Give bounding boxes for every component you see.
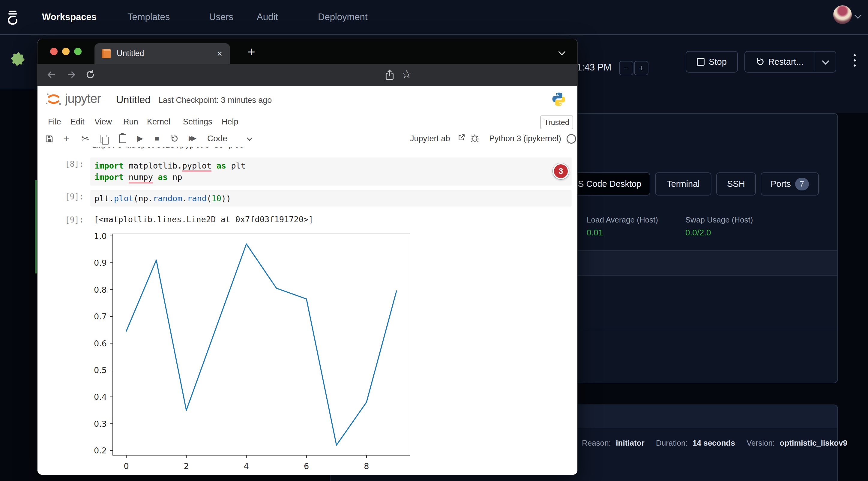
workspace-kebab-menu[interactable] <box>854 53 856 68</box>
svg-text:2: 2 <box>184 461 189 471</box>
reason-value: initiator <box>616 439 644 447</box>
build-meta-line: Reason: initiator Duration: 14 seconds V… <box>582 439 847 448</box>
decrease-time-button[interactable]: − <box>619 61 633 75</box>
maximize-window-button[interactable] <box>74 48 82 55</box>
jupyter-menubar: File Edit View Run Kernel Settings Help … <box>37 114 577 131</box>
interrupt-kernel-icon[interactable]: ■ <box>154 134 159 143</box>
nav-deployment[interactable]: Deployment <box>318 0 367 34</box>
menu-settings[interactable]: Settings <box>183 114 212 130</box>
svg-text:0.7: 0.7 <box>94 312 107 321</box>
reload-icon[interactable] <box>85 69 96 80</box>
jupyter-brand: jupyter <box>65 92 101 106</box>
cell8-prompt: [8]: <box>65 160 84 168</box>
browser-toolbar: 5555--main--test--matifali.atif.cdr.dev … <box>37 64 577 86</box>
jupyter-logo-icon <box>45 91 62 108</box>
svg-text:0: 0 <box>124 461 129 471</box>
notification-badge[interactable]: 3 <box>553 163 569 179</box>
restart-icon <box>756 58 765 66</box>
load-average-label: Load Average (Host) <box>587 215 658 225</box>
menu-help[interactable]: Help <box>222 114 239 130</box>
code-cell[interactable]: plt.plot(np.random.rand(10)) <box>90 190 572 206</box>
svg-text:6: 6 <box>304 461 309 471</box>
version-label: Version: <box>747 439 775 447</box>
external-link-icon[interactable] <box>457 134 465 141</box>
svg-text:1.0: 1.0 <box>94 231 107 241</box>
cell9-prompt: [9]: <box>65 192 84 201</box>
svg-text:0.6: 0.6 <box>94 339 107 348</box>
increase-time-button[interactable]: + <box>634 61 648 75</box>
nav-audit[interactable]: Audit <box>257 0 278 34</box>
output-text: [<matplotlib.lines.Line2D at 0x7fd03f191… <box>94 215 313 224</box>
menu-view[interactable]: View <box>94 114 112 130</box>
screen: Workspaces Templates Users Audit Deploym… <box>0 0 868 481</box>
svg-text:8: 8 <box>364 461 369 471</box>
forward-icon[interactable] <box>66 69 77 80</box>
restart-workspace-split-button[interactable]: Restart... <box>744 51 836 72</box>
cut-cell-icon[interactable]: ✂ <box>81 133 89 144</box>
tab-search-chevron-icon[interactable] <box>559 49 564 56</box>
jupyter-toolbar: + ✂ ▶ ■ ▶▶ Code JupyterLab <box>37 130 577 148</box>
user-avatar[interactable] <box>833 5 852 24</box>
minimize-window-button[interactable] <box>62 48 70 55</box>
svg-text:0.4: 0.4 <box>94 392 107 402</box>
trusted-button[interactable]: Trusted <box>540 116 573 129</box>
run-all-icon[interactable]: ▶▶ <box>189 134 194 142</box>
output-prompt: [9]: <box>65 215 84 224</box>
browser-tab[interactable]: Untitled × <box>94 43 230 64</box>
swap-usage-label: Swap Usage (Host) <box>685 215 753 225</box>
menu-file[interactable]: File <box>48 114 61 130</box>
notebook-area: import matplotlib.pyplot as plt [8]: imp… <box>37 147 577 475</box>
nav-users[interactable]: Users <box>209 0 234 34</box>
reason-label: Reason: <box>582 439 611 447</box>
restart-kernel-icon[interactable] <box>170 134 179 143</box>
menu-run[interactable]: Run <box>123 114 138 130</box>
cell-type-chevron-icon[interactable] <box>247 136 252 141</box>
jupyterlab-link[interactable]: JupyterLab <box>410 134 450 143</box>
save-icon[interactable] <box>45 134 54 143</box>
ports-button[interactable]: Ports 7 <box>761 172 819 195</box>
nav-workspaces[interactable]: Workspaces <box>42 0 97 34</box>
checkpoint-text: Last Checkpoint: 3 minutes ago <box>158 96 272 105</box>
top-navbar: Workspaces Templates Users Audit Deploym… <box>0 0 868 35</box>
bookmark-star-icon[interactable]: ☆ <box>402 67 412 81</box>
run-cell-icon[interactable]: ▶ <box>137 134 143 143</box>
coder-logo-icon[interactable] <box>4 8 22 26</box>
version-value: optimistic_liskov9 <box>780 439 847 447</box>
copy-cell-icon[interactable] <box>100 135 106 142</box>
browser-tabstrip: Untitled × + <box>37 39 577 64</box>
ssh-button[interactable]: SSH <box>716 172 756 195</box>
duration-label: Duration: <box>656 439 688 447</box>
add-cell-icon[interactable]: + <box>63 133 69 145</box>
back-icon[interactable] <box>46 69 57 80</box>
notebook-favicon-icon <box>102 49 111 58</box>
chart: 0.20.30.40.50.60.70.80.91.002468 <box>85 231 421 471</box>
paste-cell-icon[interactable] <box>119 134 126 143</box>
chevron-down-icon[interactable] <box>856 12 861 19</box>
tab-close-icon[interactable]: × <box>217 49 222 59</box>
duration-value: 14 seconds <box>692 439 735 447</box>
ports-count-badge: 7 <box>795 178 809 190</box>
code-cell[interactable]: import matplotlib.pyplot as plt import n… <box>90 157 572 186</box>
nav-templates[interactable]: Templates <box>127 0 170 34</box>
kernel-status-icon <box>566 134 576 143</box>
cell-type-dropdown[interactable]: Code <box>207 134 227 143</box>
notebook-title[interactable]: Untitled <box>116 94 151 105</box>
restart-options-chevron[interactable] <box>815 60 836 64</box>
python-logo-icon <box>551 91 566 108</box>
debugger-bug-icon[interactable] <box>471 133 479 142</box>
menu-edit[interactable]: Edit <box>70 114 85 130</box>
stop-square-icon <box>697 58 705 66</box>
menu-kernel[interactable]: Kernel <box>147 114 170 130</box>
svg-text:4: 4 <box>244 461 249 471</box>
kernel-name[interactable]: Python 3 (ipykernel) <box>489 134 561 143</box>
restart-label: Restart... <box>768 57 804 67</box>
browser-window: Untitled × + <box>37 39 578 475</box>
share-icon[interactable] <box>384 69 395 81</box>
close-window-button[interactable] <box>50 48 58 55</box>
svg-text:0.8: 0.8 <box>94 285 107 294</box>
stop-workspace-button[interactable]: Stop <box>686 51 738 72</box>
new-tab-button[interactable]: + <box>247 44 255 59</box>
svg-text:0.2: 0.2 <box>94 446 107 455</box>
terminal-button[interactable]: Terminal <box>655 172 711 195</box>
left-column-background <box>0 89 37 481</box>
